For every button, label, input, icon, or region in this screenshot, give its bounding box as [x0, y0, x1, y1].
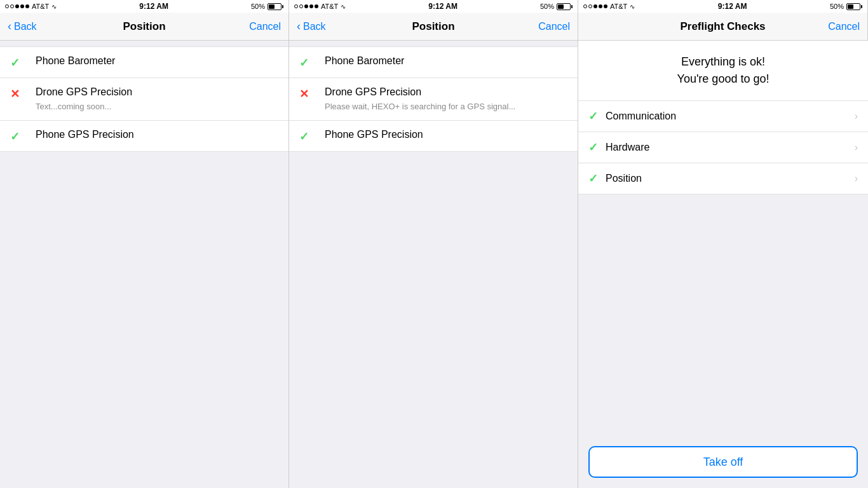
- check-list-1: ✓ Phone Barometer ✕ Drone GPS Precision …: [0, 47, 288, 152]
- dot2-3: [304, 4, 308, 8]
- preflight-label-0: Communication: [606, 111, 855, 122]
- check-item-1-0: ✓ Phone Barometer: [0, 47, 288, 78]
- check-label-2-0: Phone Barometer: [325, 55, 567, 68]
- nav-title-2: Position: [412, 20, 454, 33]
- check-item-1-2: ✓ Phone GPS Precision: [0, 121, 288, 152]
- check-icon-2-0: ✓: [299, 55, 317, 70]
- status-left-1: AT&T ∿: [5, 3, 57, 10]
- dot3-2: [588, 4, 592, 8]
- cross-1-1: ✕: [10, 87, 20, 101]
- signal-1: [5, 4, 29, 8]
- dot2: [10, 4, 14, 8]
- nav-bar-2: ‹ Back Position Cancel: [289, 13, 578, 41]
- status-left-3: AT&T ∿: [583, 3, 635, 10]
- back-button-1[interactable]: ‹ Back: [8, 21, 37, 32]
- status-bar-1: AT&T ∿ 9:12 AM 50%: [0, 0, 288, 13]
- chevron-right-0: ›: [855, 111, 858, 122]
- check-label-2-1: Drone GPS Precision: [325, 86, 567, 99]
- check-sublabel-2-1: Please wait, HEXO+ is searching for a GP…: [325, 101, 567, 112]
- dot4: [20, 4, 24, 8]
- check-item-2-2: ✓ Phone GPS Precision: [289, 121, 578, 152]
- check-list-2: ✓ Phone Barometer ✕ Drone GPS Precision …: [289, 47, 578, 152]
- content-3: Everything is ok! You're good to go! ✓ C…: [578, 41, 868, 488]
- top-separator-1: [0, 41, 288, 47]
- check-icon-2-1: ✕: [299, 86, 317, 101]
- preflight-list: ✓ Communication › ✓ Hardware › ✓ Positio…: [578, 101, 868, 194]
- ok-line1: Everything is ok!: [588, 53, 858, 71]
- signal-3: [583, 4, 607, 8]
- check-text-1-1: Drone GPS Precision Text...coming soon..…: [36, 86, 278, 112]
- check-text-2-0: Phone Barometer: [325, 55, 567, 68]
- dot3-1: [583, 4, 587, 8]
- chevron-right-2: ›: [855, 173, 858, 184]
- time-1: 9:12 AM: [139, 2, 168, 11]
- wifi-icon-3: ∿: [630, 3, 635, 10]
- checkmark-2-0: ✓: [299, 56, 309, 70]
- content-1: ✓ Phone Barometer ✕ Drone GPS Precision …: [0, 41, 288, 488]
- preflight-label-1: Hardware: [606, 142, 855, 153]
- check-icon-2-2: ✓: [299, 128, 317, 144]
- status-right-2: 50%: [540, 3, 573, 10]
- check-label-1-1: Drone GPS Precision: [36, 86, 278, 99]
- preflight-item-1[interactable]: ✓ Hardware ›: [578, 132, 868, 163]
- check-text-1-0: Phone Barometer: [36, 55, 278, 68]
- battery-pct-3: 50%: [830, 3, 844, 10]
- check-label-1-2: Phone GPS Precision: [36, 128, 278, 142]
- content-2: ✓ Phone Barometer ✕ Drone GPS Precision …: [289, 41, 578, 488]
- dot2-5: [315, 4, 318, 8]
- dot2-4: [309, 4, 313, 8]
- dot1: [5, 4, 9, 8]
- checkmark-1-2: ✓: [10, 130, 20, 144]
- takeoff-area: Take off: [578, 194, 868, 488]
- ok-banner: Everything is ok! You're good to go!: [578, 41, 868, 101]
- back-button-2[interactable]: ‹ Back: [297, 21, 326, 32]
- preflight-item-2[interactable]: ✓ Position ›: [578, 163, 868, 194]
- status-left-2: AT&T ∿: [294, 3, 346, 10]
- panel-1: AT&T ∿ 9:12 AM 50% ‹ Back Position Cance…: [0, 0, 289, 488]
- wifi-icon-2: ∿: [341, 3, 346, 10]
- check-sublabel-1-1: Text...coming soon...: [36, 101, 278, 112]
- nav-title-1: Position: [123, 20, 165, 33]
- preflight-check-0: ✓: [588, 109, 598, 123]
- check-label-2-2: Phone GPS Precision: [325, 128, 567, 142]
- takeoff-button[interactable]: Take off: [588, 446, 858, 478]
- check-text-2-1: Drone GPS Precision Please wait, HEXO+ i…: [325, 86, 567, 112]
- checkmark-2-2: ✓: [299, 130, 309, 144]
- battery-icon-2: [557, 3, 573, 10]
- back-chevron-1: ‹: [8, 20, 11, 32]
- wifi-icon-1: ∿: [51, 3, 57, 10]
- ok-line2: You're good to go!: [588, 71, 858, 88]
- preflight-check-1: ✓: [588, 140, 598, 154]
- dot2-2: [299, 4, 303, 8]
- dot3-3: [593, 4, 597, 8]
- carrier-2: AT&T: [321, 3, 338, 10]
- check-item-1-1: ✕ Drone GPS Precision Text...coming soon…: [0, 78, 288, 121]
- back-label-2: Back: [303, 21, 326, 32]
- cancel-button-1[interactable]: Cancel: [249, 21, 281, 32]
- check-text-1-2: Phone GPS Precision: [36, 128, 278, 142]
- nav-title-3: Preflight Checks: [680, 20, 765, 33]
- preflight-item-0[interactable]: ✓ Communication ›: [578, 101, 868, 132]
- dot3-4: [599, 4, 602, 8]
- check-icon-1-0: ✓: [10, 55, 28, 70]
- cancel-button-3[interactable]: Cancel: [828, 21, 860, 32]
- cancel-button-2[interactable]: Cancel: [538, 21, 570, 32]
- status-right-1: 50%: [251, 3, 283, 10]
- battery-icon-3: [846, 3, 862, 10]
- panel-3: AT&T ∿ 9:12 AM 50% Preflight Checks Canc…: [578, 0, 868, 488]
- time-2: 9:12 AM: [428, 2, 458, 11]
- back-chevron-2: ‹: [297, 20, 301, 32]
- check-text-2-2: Phone GPS Precision: [325, 128, 567, 142]
- battery-pct-1: 50%: [251, 3, 265, 10]
- status-right-3: 50%: [830, 3, 862, 10]
- nav-bar-3: Preflight Checks Cancel: [578, 13, 867, 41]
- dot3-5: [604, 4, 607, 8]
- check-icon-1-2: ✓: [10, 128, 28, 144]
- status-bar-3: AT&T ∿ 9:12 AM 50%: [578, 0, 867, 13]
- dot2-1: [294, 4, 298, 8]
- time-3: 9:12 AM: [718, 2, 747, 11]
- carrier-1: AT&T: [32, 3, 49, 10]
- preflight-check-2: ✓: [588, 172, 598, 186]
- back-label-1: Back: [14, 21, 37, 32]
- checkmark-1-0: ✓: [10, 56, 20, 70]
